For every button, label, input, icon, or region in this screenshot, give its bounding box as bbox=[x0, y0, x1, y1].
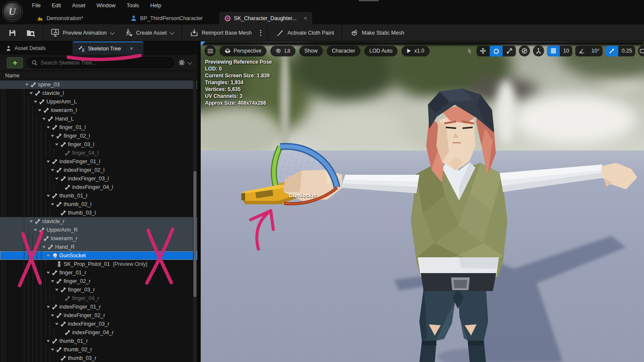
tree-row-thumb_03_r[interactable]: thumb_03_r bbox=[0, 354, 197, 362]
expand-arrow-icon[interactable] bbox=[45, 125, 51, 129]
expand-arrow-icon[interactable] bbox=[41, 245, 47, 249]
scale-tool-button[interactable] bbox=[503, 46, 516, 56]
playback-speed-button[interactable]: x1.0 bbox=[401, 46, 430, 56]
menu-help[interactable]: Help bbox=[145, 1, 167, 11]
rotation-snap-value[interactable]: 10° bbox=[588, 46, 603, 56]
menu-window[interactable]: Window bbox=[91, 1, 121, 11]
tree-row-finger_02_r[interactable]: finger_02_r bbox=[0, 277, 197, 285]
menu-file[interactable]: File bbox=[26, 1, 46, 11]
character-dropdown[interactable]: Character bbox=[327, 46, 360, 56]
make-static-mesh-button[interactable]: Make Static Mesh bbox=[345, 24, 409, 41]
expand-arrow-icon[interactable] bbox=[54, 322, 60, 326]
tree-row-Hand_L[interactable]: Hand_L bbox=[0, 115, 197, 123]
perspective-dropdown[interactable]: Perspective bbox=[220, 46, 266, 56]
activate-cloth-paint-button[interactable]: Activate Cloth Paint bbox=[270, 24, 339, 41]
create-asset-button[interactable]: Create Asset bbox=[119, 24, 179, 41]
viewport-menu-button[interactable] bbox=[205, 45, 216, 56]
tree-row-UpperArm_L[interactable]: UpperArm_L bbox=[0, 97, 197, 106]
tree-row-finger_02_l[interactable]: finger_02_l bbox=[0, 132, 197, 140]
tree-row-indexFinger_04_l[interactable]: indexFinger_04_l bbox=[0, 183, 197, 191]
tree-row-Hand_R[interactable]: Hand_R bbox=[0, 243, 197, 251]
search-input[interactable]: Search Skeleton Tree... bbox=[27, 57, 174, 68]
move-tool-button[interactable] bbox=[477, 46, 489, 56]
tree-row-GunSocket[interactable]: GunSocket bbox=[0, 251, 197, 260]
expand-arrow-icon[interactable] bbox=[41, 117, 47, 121]
lit-mode-dropdown[interactable]: Lit bbox=[270, 46, 295, 56]
asset-tab-sk-character-daughter[interactable]: SK_Character_Daughter... × bbox=[219, 12, 312, 24]
grid-snap-value[interactable]: 10 bbox=[560, 46, 572, 56]
scale-snap-value[interactable]: 0.25 bbox=[618, 46, 635, 56]
expand-arrow-icon[interactable] bbox=[54, 142, 60, 147]
tab-skeleton-tree[interactable]: Skeleton Tree × bbox=[73, 41, 143, 55]
asset-tab-bp-thirdpersoncharacter[interactable]: BP_ThirdPersonCharacter bbox=[125, 12, 208, 24]
tree-row-finger_01_r[interactable]: finger_01_r bbox=[0, 268, 197, 277]
tab-asset-details[interactable]: Asset Details bbox=[0, 41, 51, 55]
tree-row-indexFinger_01_r[interactable]: indexFinger_01_r bbox=[0, 303, 197, 311]
tree-row-thumb_03_l[interactable]: thumb_03_l bbox=[0, 209, 197, 217]
tree-settings-button[interactable] bbox=[178, 59, 191, 66]
tree-row-finger_03_r[interactable]: finger_03_r bbox=[0, 285, 197, 294]
menu-edit[interactable]: Edit bbox=[46, 1, 67, 11]
expand-arrow-icon[interactable] bbox=[50, 313, 56, 318]
tree-row-SK_Prop_Pistol_01[interactable]: SK_Prop_Pistol_01[Preview Only] bbox=[0, 260, 197, 268]
scale-snap-button[interactable] bbox=[606, 46, 618, 56]
coordinate-space-button[interactable] bbox=[519, 45, 530, 56]
reimport-options-button[interactable] bbox=[257, 30, 265, 36]
expand-arrow-icon[interactable] bbox=[32, 228, 38, 232]
preview-animation-button[interactable]: Preview Animation bbox=[46, 24, 119, 41]
tree-row-thumb_01_r[interactable]: thumb_01_r bbox=[0, 337, 197, 345]
expand-arrow-icon[interactable] bbox=[24, 82, 30, 87]
add-socket-button[interactable]: + bbox=[7, 57, 23, 68]
tree-row-UpperArm_R[interactable]: UpperArm_R bbox=[0, 226, 197, 234]
grid-snap-button[interactable] bbox=[547, 46, 560, 56]
expand-arrow-icon[interactable] bbox=[45, 194, 51, 198]
expand-arrow-icon[interactable] bbox=[54, 177, 60, 181]
tree-row-finger_04_r[interactable]: finger_04_r bbox=[0, 294, 197, 303]
unreal-logo-icon[interactable]: U bbox=[3, 2, 22, 21]
show-dropdown[interactable]: Show bbox=[299, 46, 323, 56]
tree-row-indexFinger_01_l[interactable]: indexFinger_01_l bbox=[0, 157, 197, 166]
menu-tools[interactable]: Tools bbox=[121, 1, 144, 11]
tree-row-indexFinger_03_r[interactable]: indexFinger_03_r bbox=[0, 320, 197, 328]
tree-column-header[interactable]: Name bbox=[0, 71, 197, 80]
expand-arrow-icon[interactable] bbox=[32, 100, 38, 104]
camera-speed-button[interactable] bbox=[638, 45, 644, 56]
tree-row-finger_04_l[interactable]: finger_04_l bbox=[0, 149, 197, 157]
tree-row-indexFinger_03_l[interactable]: indexFinger_03_l bbox=[0, 174, 197, 183]
close-icon[interactable]: × bbox=[130, 45, 133, 52]
expand-arrow-icon[interactable] bbox=[50, 134, 56, 138]
expand-arrow-icon[interactable] bbox=[37, 108, 43, 112]
close-icon[interactable]: × bbox=[304, 15, 307, 21]
tree-row-indexFinger_02_l[interactable]: indexFinger_02_l bbox=[0, 166, 197, 174]
tree-row-finger_03_l[interactable]: finger_03_l bbox=[0, 140, 197, 149]
tree-row-thumb_01_l[interactable]: thumb_01_l bbox=[0, 191, 197, 200]
expand-arrow-icon[interactable] bbox=[45, 305, 51, 309]
save-button[interactable] bbox=[3, 29, 21, 37]
expand-arrow-icon[interactable] bbox=[50, 347, 56, 352]
expand-arrow-icon[interactable] bbox=[45, 271, 51, 275]
tree-row-clavicle_l[interactable]: clavicle_l bbox=[0, 89, 197, 97]
expand-arrow-icon[interactable] bbox=[45, 159, 51, 164]
tree-row-lowerarm_r[interactable]: lowerarm_r bbox=[0, 234, 197, 243]
rotation-snap-button[interactable] bbox=[575, 46, 588, 56]
expand-arrow-icon[interactable] bbox=[50, 168, 56, 172]
reimport-base-mesh-button[interactable]: Reimport Base Mesh bbox=[184, 24, 257, 41]
menu-asset[interactable]: Asset bbox=[67, 1, 91, 11]
tree-row-indexFinger_02_r[interactable]: indexFinger_02_r bbox=[0, 311, 197, 320]
expand-arrow-icon[interactable] bbox=[28, 219, 34, 224]
rotate-tool-button[interactable] bbox=[489, 46, 503, 56]
snapping-axes-button[interactable] bbox=[533, 45, 544, 56]
tree-row-thumb_02_l[interactable]: thumb_02_l bbox=[0, 200, 197, 209]
lod-dropdown[interactable]: LOD Auto bbox=[364, 46, 398, 56]
tree-row-lowerarm_l[interactable]: lowerarm_l bbox=[0, 106, 197, 115]
expand-arrow-icon[interactable] bbox=[50, 202, 56, 206]
skeleton-tree-list[interactable]: spine_03clavicle_lUpperArm_Llowerarm_lHa… bbox=[0, 80, 197, 362]
expand-arrow-icon[interactable] bbox=[50, 279, 56, 283]
expand-arrow-icon[interactable] bbox=[28, 91, 34, 95]
expand-arrow-icon[interactable] bbox=[45, 339, 51, 343]
tree-scrollbar-thumb[interactable] bbox=[193, 171, 196, 297]
tree-row-finger_01_l[interactable]: finger_01_l bbox=[0, 123, 197, 132]
tree-row-indexFinger_04_r[interactable]: indexFinger_04_r bbox=[0, 328, 197, 337]
expand-arrow-icon[interactable] bbox=[54, 288, 60, 292]
tree-row-thumb_02_r[interactable]: thumb_02_r bbox=[0, 345, 197, 354]
